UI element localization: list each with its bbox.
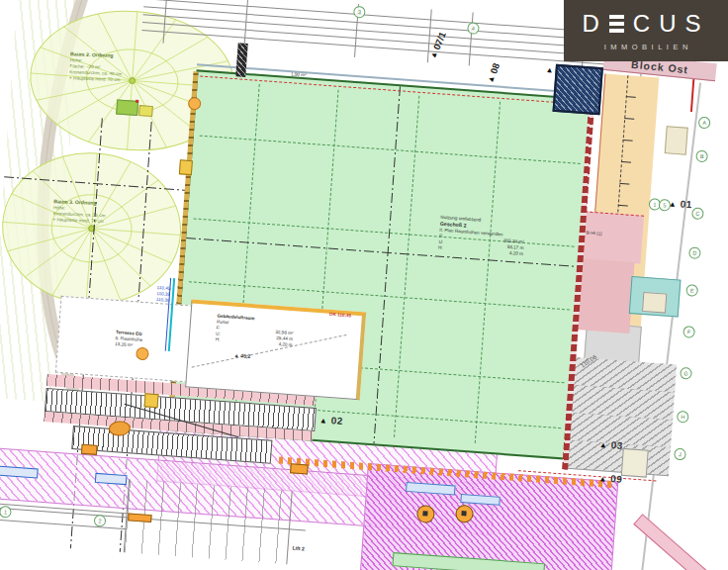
plan-graphic: H:	[438, 245, 443, 251]
marker-triangle-icon: ▲	[319, 416, 328, 426]
plan-graphic: 01	[680, 198, 692, 210]
beige-box	[621, 448, 649, 478]
teal-block	[629, 276, 682, 318]
legend-yellow-box	[138, 105, 153, 117]
shaft-circle-core	[422, 511, 427, 516]
shaft-circle-core	[461, 511, 466, 516]
orange-box	[290, 463, 309, 474]
tree2-label: Baum 3. Ordnung Höhe: Kronendurchm. ca. …	[52, 198, 182, 228]
marker-triangle-icon: ▲	[599, 440, 608, 450]
survey-bubble: 1	[0, 506, 12, 519]
brand-letters-cus: CUS	[633, 10, 710, 38]
decus-brand: D CUS	[582, 10, 709, 38]
plan-graphic: 02	[330, 415, 343, 427]
pink-block-label: B-HI (1)	[586, 231, 601, 238]
grid-bubble-top: 3	[353, 6, 366, 19]
void-annotation: Gebäudeluftraum Portal F:32,98 m² U:25,4…	[216, 313, 328, 350]
beige-box	[665, 126, 688, 155]
grid-dashed-line	[394, 96, 419, 437]
lift-label: Lift 2	[292, 545, 305, 553]
grid-bubble-right: D	[688, 246, 701, 259]
flag-icon: ▲	[545, 65, 554, 75]
brand-letter-d: D	[582, 10, 599, 38]
grid-bubble-right: B	[695, 149, 708, 162]
plan-canvas: Baum 2. Ordnung Höhe: Fläche: ~20 m² Kro…	[0, 0, 728, 570]
axis-flag-08: ▲ 08	[485, 61, 501, 84]
grid-bubble-right: G	[680, 367, 692, 380]
axis-flag-08-label: 08	[488, 61, 501, 75]
orange-box	[81, 444, 98, 455]
flag-triangle-icon: ▲	[486, 74, 497, 84]
orange-box	[128, 513, 152, 522]
shaft-hatch	[235, 43, 247, 77]
logo-subtitle: IMMOBILIEN	[599, 43, 692, 51]
marker-02: ▲ 02	[319, 414, 344, 427]
grid-bubble-right: C	[691, 207, 704, 220]
pink-block-b	[576, 258, 634, 333]
axis-flag-07-label: 07/1	[431, 31, 448, 51]
meter-box	[144, 393, 159, 408]
terrace-annotation: Terrasse EG 6. Raumhöhe 13,26 m²	[115, 330, 143, 349]
plan-graphic: 4,20 m	[509, 250, 523, 257]
site-plan-screenshot: Baum 2. Ordnung Höhe: Fläche: ~20 m² Kro…	[0, 0, 728, 570]
grid-bubble-right: E	[685, 284, 698, 297]
grid-bubble-right: F	[682, 326, 695, 338]
pink-corner-band	[633, 514, 728, 570]
marker-09: ▲ 09	[598, 472, 623, 485]
spot-elevation: ▲ 45,2	[233, 352, 250, 360]
marker-03: ▲ 03	[599, 438, 624, 451]
plan-graphic	[609, 22, 624, 26]
hall-annotation: Nutzung umfassend Geschoß 2 lt. Plan Rau…	[438, 215, 549, 259]
marker-01: ▲ 01	[669, 198, 693, 211]
logo-e-bars-icon	[609, 15, 624, 33]
plan-graphic: H:	[216, 336, 221, 342]
plan-graphic: 4,20 m	[278, 341, 292, 348]
plan-graphic	[609, 29, 624, 33]
teal-inner-box	[642, 292, 667, 314]
marker-triangle-icon: ▲	[598, 474, 607, 484]
dimension-line	[0, 518, 127, 529]
grid-dashed-line	[475, 102, 500, 443]
pink-block-a: B-HI (1)	[582, 211, 644, 263]
grid-bubble-right: A	[698, 117, 711, 130]
tree1-label: Baum 2. Ordnung Höhe: Fläche: ~20 m² Kro…	[69, 50, 209, 86]
meter-box	[179, 159, 193, 175]
decus-logo: D CUS IMMOBILIEN	[564, 0, 728, 61]
shaft-area-label: 1,90 m²	[291, 71, 307, 78]
plan-graphic: 45,2	[240, 352, 251, 359]
plan-graphic: 09	[610, 473, 623, 485]
marker-triangle-icon: ▲	[669, 200, 678, 210]
plan-graphic	[609, 15, 624, 19]
legend-red-tick	[136, 100, 138, 103]
grid-bubble-top: 4	[467, 22, 480, 35]
survey-bubble: 2	[94, 515, 107, 527]
stair-core-box	[553, 64, 603, 115]
flag-triangle-icon: ▲	[428, 49, 439, 60]
shaft-box: 1,90 m²	[235, 43, 311, 81]
grid-dashed-line	[200, 136, 581, 164]
plan-graphic: 03	[610, 439, 623, 451]
grid-bubble-right: H	[677, 411, 689, 424]
grid-bubble-right: J	[674, 448, 686, 461]
